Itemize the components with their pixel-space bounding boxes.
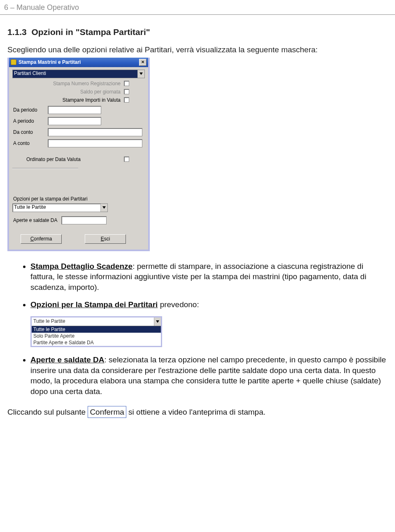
bullet2-bold: Opzioni per la Stampa dei Partitari: [30, 300, 158, 309]
combo-opzioni-partitari[interactable]: Tutte le Partite: [12, 203, 108, 212]
input-a-periodo[interactable]: [48, 117, 101, 125]
page-header: 6 – Manuale Operativo: [0, 0, 395, 15]
combo-arrow-icon[interactable]: [137, 70, 144, 78]
dropdown-open-illustration: Tutte le Partite Tutte le Partite Solo P…: [30, 316, 162, 347]
header-sep: –: [8, 3, 16, 12]
combo-arrow-icon[interactable]: [100, 204, 107, 212]
dropdown-item-1[interactable]: Solo Partite Aperte: [32, 333, 161, 339]
checkbox-importi-valuta[interactable]: [124, 97, 129, 103]
label-aperte-saldate-da: Aperte e saldate DA: [12, 217, 57, 223]
svg-marker-2: [156, 320, 159, 323]
input-da-periodo[interactable]: [48, 106, 101, 114]
label-da-periodo: Da periodo: [12, 107, 48, 113]
dropdown-item-0[interactable]: Tutte le Partite: [32, 326, 161, 333]
checkbox-ordinato-data-valuta[interactable]: [124, 156, 129, 162]
bullet-list: Stampa Dettaglio Scadenze: permette di s…: [7, 261, 388, 310]
dialog-title: Stampa Mastrini e Partitari: [19, 59, 139, 65]
bullet3-bold: Aperte e saldate DA: [30, 355, 105, 364]
esci-rest: sci: [104, 236, 110, 242]
bullet-aperte-saldate: Aperte e saldate DA: selezionata la terz…: [30, 355, 388, 397]
esci-button[interactable]: Esci: [85, 234, 126, 244]
esci-underline: E: [101, 236, 104, 242]
dropdown-value: Tutte le Partite: [32, 317, 154, 326]
dialog-window: Stampa Mastrini e Partitari ✕ Partitari …: [7, 58, 150, 251]
label-importi-valuta: Stampare Importi in Valuta: [12, 97, 124, 103]
bullet-opzioni-stampa: Opzioni per la Stampa dei Partitari prev…: [30, 299, 388, 310]
closing-paragraph: Cliccando sul pulsante Conferma si ottie…: [7, 406, 388, 418]
bullet-list-2: Aperte e saldate DA: selezionata la terz…: [7, 355, 388, 397]
dropdown-list: Tutte le Partite Solo Partite Aperte Par…: [32, 326, 161, 346]
checkbox-saldo-giornata[interactable]: [124, 89, 129, 94]
dropdown-field[interactable]: Tutte le Partite: [32, 317, 161, 326]
closing-post: si ottiene a video l'anteprima di stampa…: [126, 408, 265, 416]
checkbox-stampa-numero[interactable]: [124, 81, 129, 86]
page-number: 6: [4, 3, 8, 12]
svg-marker-1: [102, 206, 106, 209]
divider-line: [12, 168, 78, 169]
combo-report-type[interactable]: Partitari Clienti: [12, 70, 145, 78]
conferma-rest: onferma: [34, 236, 52, 242]
label-stampa-numero: Stampa Numero Registrazione: [12, 81, 124, 86]
dialog-titlebar: Stampa Mastrini e Partitari ✕: [9, 58, 148, 67]
label-da-conto: Da conto: [12, 129, 48, 135]
combo-report-type-value: Partitari Clienti: [13, 70, 137, 78]
label-saldo-giornata: Saldo per giornata: [12, 89, 124, 95]
bullet1-bold: Stampa Dettaglio Scadenze: [30, 262, 132, 271]
bullet-stampa-dettaglio: Stampa Dettaglio Scadenze: permette di s…: [30, 261, 388, 293]
section-heading: 1.1.3 Opzioni in "Stampa Partitari": [7, 27, 388, 37]
input-aperte-saldate-da[interactable]: [61, 216, 107, 224]
label-a-periodo: A periodo: [12, 118, 48, 124]
label-a-conto: A conto: [12, 140, 48, 146]
combo-arrow-icon[interactable]: [154, 317, 161, 326]
combo-opzioni-value: Tutte le Partite: [13, 204, 100, 212]
input-da-conto[interactable]: [48, 128, 142, 136]
conferma-button[interactable]: Conferma: [21, 234, 62, 244]
input-a-conto[interactable]: [48, 139, 142, 147]
section-number: 1.1.3: [7, 27, 27, 37]
dropdown-item-2[interactable]: Partite Aperte e Saldate DA: [32, 339, 161, 346]
header-title: Manuale Operativo: [16, 3, 79, 12]
close-button[interactable]: ✕: [139, 59, 146, 66]
section-title: Opzioni in "Stampa Partitari": [31, 27, 150, 37]
closing-pre: Cliccando sul pulsante: [7, 408, 88, 416]
intro-text: Scegliendo una delle opzioni relative ai…: [7, 44, 388, 55]
conferma-inline-box: Conferma: [88, 406, 126, 418]
svg-marker-0: [139, 72, 143, 75]
conferma-underline: C: [30, 236, 34, 242]
label-ordinato-data-valuta: Ordinato per Data Valuta: [12, 156, 124, 162]
bullet2-text: prevedono:: [158, 300, 199, 309]
label-opzioni-partitari: Opzioni per la stampa dei Partitari: [13, 196, 145, 202]
window-icon: [11, 59, 16, 65]
